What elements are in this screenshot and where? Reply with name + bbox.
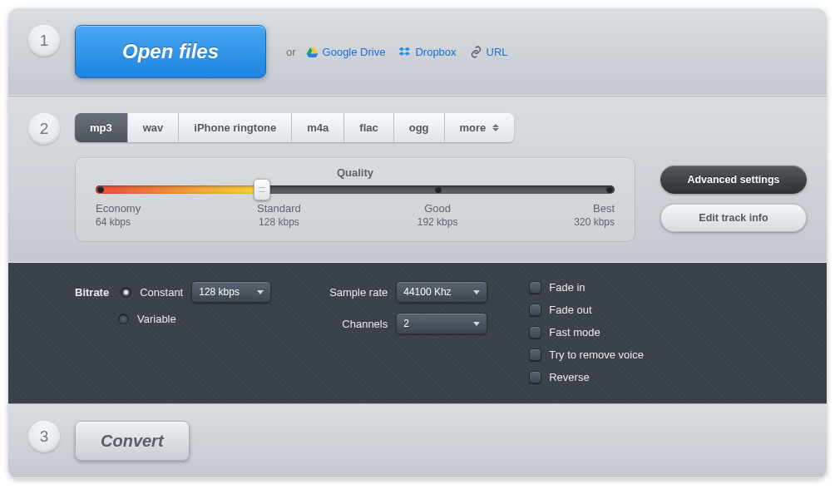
tab-m4a[interactable]: m4a: [292, 113, 344, 142]
bitrate-select[interactable]: 128 kbps: [191, 281, 271, 303]
fast-mode-checkbox[interactable]: [529, 326, 541, 338]
sample-rate-value: 44100 Khz: [403, 286, 451, 298]
step-3-badge: 3: [28, 421, 60, 452]
tab-more[interactable]: more: [445, 113, 515, 142]
channels-select[interactable]: 2: [396, 313, 487, 334]
convert-button[interactable]: Convert: [75, 421, 190, 461]
step-1-badge: 1: [28, 25, 60, 57]
advanced-panel: Bitrate Constant 128 kbps Variable Sampl…: [8, 263, 827, 403]
bitrate-constant-radio[interactable]: [121, 287, 131, 298]
advanced-settings-button[interactable]: Advanced settings: [660, 166, 807, 194]
remove-voice-checkbox[interactable]: [529, 348, 541, 361]
url-link[interactable]: URL: [470, 46, 508, 58]
sample-rate-label: Sample rate: [313, 286, 388, 299]
bitrate-select-value: 128 kbps: [199, 286, 240, 298]
quality-box: Quality Economy64 kbps Standard128 kbps …: [75, 157, 635, 242]
fade-in-label: Fade in: [549, 281, 585, 294]
dropbox-icon: [398, 46, 411, 58]
bitrate-constant-label: Constant: [140, 286, 183, 299]
fade-out-checkbox[interactable]: [529, 304, 541, 316]
quality-slider-handle[interactable]: [254, 179, 270, 200]
mark-best-rate: 320 kbps: [574, 216, 615, 228]
channels-value: 2: [403, 318, 409, 329]
caret-down-icon: [473, 290, 480, 294]
svg-marker-3: [306, 53, 318, 57]
format-tabs: mp3 wav iPhone ringtone m4a flac ogg mor…: [75, 113, 514, 142]
bitrate-variable-radio[interactable]: [118, 314, 129, 324]
caret-down-icon: [257, 290, 264, 294]
tab-ogg[interactable]: ogg: [394, 113, 445, 142]
fade-out-label: Fade out: [549, 304, 591, 316]
dropbox-link[interactable]: Dropbox: [398, 46, 456, 58]
channels-label: Channels: [313, 318, 388, 330]
link-icon: [470, 46, 482, 58]
edit-track-info-button[interactable]: Edit track info: [660, 204, 807, 232]
mark-good: Good: [418, 202, 458, 215]
tab-flac[interactable]: flac: [344, 113, 393, 142]
caret-down-icon: [473, 322, 480, 326]
tab-iphone-ringtone[interactable]: iPhone ringtone: [179, 113, 292, 142]
google-drive-icon: [306, 46, 319, 58]
open-files-button[interactable]: Open files: [75, 25, 266, 78]
mark-good-rate: 192 kbps: [418, 216, 458, 228]
tab-wav[interactable]: wav: [128, 113, 180, 142]
tab-mp3[interactable]: mp3: [75, 113, 128, 142]
quality-title: Quality: [96, 166, 615, 179]
slider-stop-good: [435, 186, 442, 193]
fade-in-checkbox[interactable]: [529, 281, 541, 294]
dropbox-label: Dropbox: [415, 46, 456, 58]
step-3-section: 3 Convert: [8, 403, 827, 478]
quality-slider-fill: [96, 185, 262, 194]
or-label: or: [286, 46, 296, 58]
google-drive-link[interactable]: Google Drive: [306, 46, 386, 58]
step-2-badge: 2: [28, 113, 60, 145]
bitrate-variable-label: Variable: [137, 313, 176, 325]
step-1-section: 1 Open files or Google Drive Dropbox: [8, 8, 827, 96]
mark-standard: Standard: [257, 202, 301, 215]
fast-mode-label: Fast mode: [549, 326, 600, 338]
quality-marks: Economy64 kbps Standard128 kbps Good192 …: [96, 202, 615, 228]
url-label: URL: [487, 46, 508, 58]
remove-voice-label: Try to remove voice: [549, 348, 644, 361]
step-2-section: 2 mp3 wav iPhone ringtone m4a flac ogg m…: [8, 96, 827, 263]
slider-stop-best: [606, 186, 613, 193]
mark-economy: Economy: [96, 202, 141, 215]
converter-panel: 1 Open files or Google Drive Dropbox: [8, 8, 827, 478]
updown-icon: [492, 124, 499, 131]
tab-more-label: more: [460, 121, 487, 134]
reverse-label: Reverse: [549, 371, 589, 383]
slider-stop-economy: [97, 186, 104, 193]
sample-rate-select[interactable]: 44100 Khz: [396, 281, 487, 303]
mark-economy-rate: 64 kbps: [96, 216, 131, 228]
mark-best: Best: [574, 202, 615, 215]
google-drive-label: Google Drive: [323, 46, 386, 58]
mark-standard-rate: 128 kbps: [259, 216, 299, 228]
reverse-checkbox[interactable]: [529, 371, 541, 383]
quality-slider[interactable]: [96, 185, 615, 194]
bitrate-label: Bitrate: [75, 286, 109, 299]
